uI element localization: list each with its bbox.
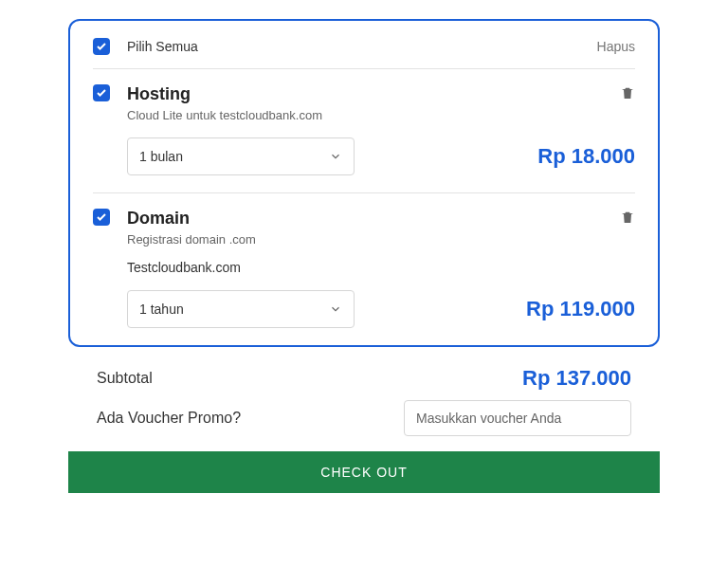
voucher-input[interactable] xyxy=(404,400,631,436)
duration-select[interactable]: 1 bulan xyxy=(127,137,355,175)
subtotal-value: Rp 137.000 xyxy=(522,366,631,391)
item-extra: Testcloudbank.com xyxy=(127,260,635,275)
check-icon xyxy=(96,41,107,52)
checkout-button[interactable]: CHECK OUT xyxy=(68,451,660,493)
select-all-checkbox[interactable] xyxy=(93,38,110,55)
item-checkbox[interactable] xyxy=(93,84,110,101)
duration-value: 1 bulan xyxy=(139,149,183,164)
cart-box: Pilih Semua Hapus Hosting Cloud Lite unt… xyxy=(68,19,660,347)
subtotal-label: Subtotal xyxy=(97,370,522,387)
chevron-down-icon xyxy=(329,302,342,316)
trash-icon xyxy=(620,210,635,225)
cart-header-row: Pilih Semua Hapus xyxy=(93,38,635,69)
item-subtitle: Cloud Lite untuk testcloudbank.com xyxy=(127,108,635,122)
item-body: Domain Registrasi domain .com Testcloudb… xyxy=(127,209,635,275)
trash-icon xyxy=(620,85,635,101)
duration-value: 1 tahun xyxy=(139,302,184,317)
check-icon xyxy=(96,87,107,99)
delete-item-button[interactable] xyxy=(620,85,635,104)
select-all-label: Pilih Semua xyxy=(127,39,597,54)
item-body: Hosting Cloud Lite untuk testcloudbank.c… xyxy=(127,84,635,122)
item-price: Rp 119.000 xyxy=(355,297,635,321)
delete-all-link[interactable]: Hapus xyxy=(597,39,635,54)
cart-item: Domain Registrasi domain .com Testcloudb… xyxy=(93,192,635,328)
cart-item: Hosting Cloud Lite untuk testcloudbank.c… xyxy=(93,69,635,175)
item-price: Rp 18.000 xyxy=(355,144,635,169)
chevron-down-icon xyxy=(329,150,342,163)
voucher-label: Ada Voucher Promo? xyxy=(97,410,404,427)
duration-select[interactable]: 1 tahun xyxy=(127,290,355,328)
item-checkbox[interactable] xyxy=(93,209,110,226)
item-title: Domain xyxy=(127,209,620,229)
delete-item-button[interactable] xyxy=(620,210,635,229)
check-icon xyxy=(96,211,107,223)
summary: Subtotal Rp 137.000 Ada Voucher Promo? xyxy=(68,366,660,436)
item-subtitle: Registrasi domain .com xyxy=(127,232,635,247)
item-title: Hosting xyxy=(127,84,620,104)
